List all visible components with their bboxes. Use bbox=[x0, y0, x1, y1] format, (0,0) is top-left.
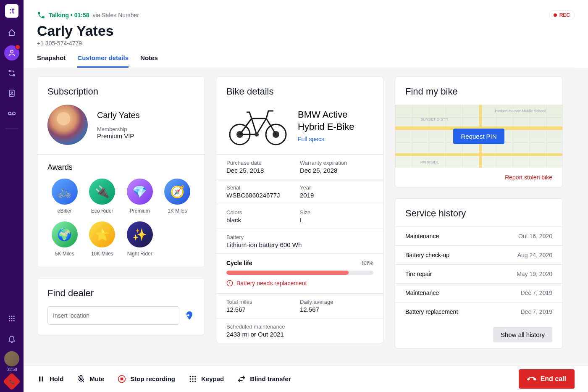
battery-warning: Battery needs replacement bbox=[226, 280, 373, 287]
hold-button[interactable]: Hold bbox=[37, 375, 63, 383]
tab-customer-details[interactable]: Customer details bbox=[77, 54, 129, 68]
history-item[interactable]: Tire repairMay 19, 2020 bbox=[395, 264, 562, 283]
keypad-icon bbox=[189, 375, 197, 383]
award-badge-icon: 🌍 bbox=[52, 221, 78, 247]
award-name: Premium bbox=[130, 208, 150, 214]
svg-point-11 bbox=[11, 318, 13, 319]
mute-icon bbox=[77, 375, 85, 383]
subscription-customer-name: Carly Yates bbox=[97, 110, 140, 120]
show-all-history-button[interactable]: Show all history bbox=[493, 327, 552, 342]
voicemail-icon[interactable] bbox=[4, 106, 19, 121]
serial-label: Serial bbox=[226, 184, 300, 191]
contacts-icon[interactable] bbox=[4, 86, 19, 101]
flow-icon[interactable] bbox=[4, 66, 19, 81]
service-history-card: Service history MaintenanceOut 16, 2020B… bbox=[395, 198, 563, 349]
svg-rect-25 bbox=[121, 377, 123, 380]
blind-transfer-button[interactable]: Blind transfer bbox=[237, 375, 291, 383]
call-via-text: via Sales Number bbox=[92, 12, 139, 18]
active-call-indicator[interactable]: 📞 bbox=[3, 373, 21, 390]
award-badge-icon: ⭐ bbox=[89, 221, 115, 247]
end-call-button[interactable]: End call bbox=[519, 369, 575, 389]
svg-point-5 bbox=[8, 112, 11, 115]
tab-bar: Snapshot Customer details Notes bbox=[37, 54, 575, 68]
svg-point-1 bbox=[9, 70, 10, 71]
transfer-icon bbox=[237, 375, 246, 383]
history-item-name: Maintenance bbox=[405, 233, 439, 239]
scheduled-maint-label: Scheduled maintenance bbox=[226, 324, 373, 330]
cycle-life-percent: 83% bbox=[362, 260, 373, 266]
history-item-name: Tire repair bbox=[405, 271, 432, 277]
purchase-date-value: Dec 25, 2018 bbox=[226, 167, 300, 174]
battery-value: Lithium-ion battery 600 Wh bbox=[226, 241, 373, 248]
cycle-life-progress bbox=[226, 271, 373, 275]
apps-icon[interactable] bbox=[4, 311, 19, 326]
history-item[interactable]: Battery check-upAug 24, 2020 bbox=[395, 245, 562, 264]
svg-point-31 bbox=[194, 378, 196, 379]
home-icon[interactable] bbox=[4, 25, 19, 40]
svg-point-6 bbox=[13, 112, 16, 115]
stop-record-icon bbox=[118, 375, 126, 383]
svg-point-28 bbox=[194, 376, 196, 377]
keypad-button[interactable]: Keypad bbox=[189, 375, 224, 383]
award-name: eBiker bbox=[58, 208, 72, 214]
request-pin-button[interactable]: Request PIN bbox=[453, 129, 504, 144]
history-item-date: May 19, 2020 bbox=[517, 271, 552, 277]
subscription-card: Subscription Carly Yates Membership Prem… bbox=[37, 76, 205, 267]
find-my-bike-card: Find my bike SUNSET DISTR PARKSIDE Herbe… bbox=[395, 76, 563, 187]
svg-point-33 bbox=[192, 381, 193, 382]
awards-title: Awards bbox=[37, 155, 205, 179]
history-item-name: Maintenance bbox=[405, 289, 439, 296]
svg-rect-23 bbox=[42, 376, 43, 381]
svg-point-7 bbox=[9, 316, 10, 317]
svg-point-14 bbox=[11, 320, 13, 321]
location-pin-icon[interactable] bbox=[184, 310, 194, 321]
award-name: 10K Miles bbox=[91, 251, 113, 257]
tab-notes[interactable]: Notes bbox=[140, 54, 158, 68]
history-item[interactable]: Battery replacementDec 7, 2019 bbox=[395, 302, 562, 321]
history-item-name: Battery check-up bbox=[405, 252, 449, 258]
svg-point-15 bbox=[13, 320, 15, 321]
award-badge-icon: ✨ bbox=[127, 221, 153, 247]
year-label: Year bbox=[300, 184, 373, 191]
size-value: L bbox=[300, 216, 373, 224]
bike-details-title: Bike details bbox=[216, 77, 383, 105]
daily-avg-label: Daily average bbox=[300, 299, 373, 305]
warning-icon bbox=[226, 280, 233, 287]
nav-sidebar: :t 01:58 📞 bbox=[0, 0, 24, 392]
award-badge-icon: 🧭 bbox=[164, 179, 190, 205]
serial-value: WSBC606024677J bbox=[226, 192, 300, 199]
user-avatar[interactable] bbox=[4, 351, 19, 366]
history-item-date: Dec 7, 2019 bbox=[521, 289, 553, 296]
award-name: 5K Miles bbox=[55, 251, 74, 257]
membership-label: Membership bbox=[97, 126, 140, 132]
pause-icon bbox=[37, 375, 45, 383]
notifications-icon[interactable] bbox=[4, 331, 19, 346]
history-item[interactable]: MaintenanceDec 7, 2019 bbox=[395, 283, 562, 302]
svg-point-34 bbox=[194, 381, 196, 382]
svg-point-2 bbox=[13, 74, 14, 76]
customer-name: Carly Yates bbox=[37, 23, 575, 39]
svg-point-0 bbox=[10, 50, 13, 53]
find-dealer-card: Find dealer bbox=[37, 278, 205, 335]
dealer-location-input[interactable] bbox=[47, 306, 179, 325]
svg-point-4 bbox=[11, 92, 12, 93]
award-name: 1K Miles bbox=[168, 208, 187, 214]
total-miles-value: 12.567 bbox=[226, 306, 300, 313]
tab-snapshot[interactable]: Snapshot bbox=[37, 54, 66, 68]
history-item[interactable]: MaintenanceOut 16, 2020 bbox=[395, 226, 562, 245]
bike-location-map[interactable]: SUNSET DISTR PARKSIDE Herbert Hoover Mid… bbox=[395, 105, 562, 168]
report-stolen-link[interactable]: Report stolen bike bbox=[505, 174, 552, 181]
purchase-date-label: Purchase date bbox=[226, 160, 300, 166]
award-name: Eco Rider bbox=[91, 208, 113, 214]
mute-button[interactable]: Mute bbox=[77, 375, 104, 383]
agent-icon[interactable] bbox=[4, 45, 19, 61]
call-status-text: Talking • 01:58 bbox=[49, 12, 89, 18]
bike-model: BMW Active Hybrid E-Bike bbox=[298, 109, 373, 133]
history-item-date: Dec 7, 2019 bbox=[521, 308, 553, 315]
full-specs-link[interactable]: Full specs bbox=[298, 136, 373, 142]
award-item: 💎Premium bbox=[123, 179, 157, 214]
stop-recording-button[interactable]: Stop recording bbox=[118, 375, 175, 383]
size-label: Size bbox=[300, 209, 373, 216]
award-badge-icon: 🚲 bbox=[52, 179, 78, 205]
app-logo[interactable]: :t bbox=[5, 4, 18, 18]
